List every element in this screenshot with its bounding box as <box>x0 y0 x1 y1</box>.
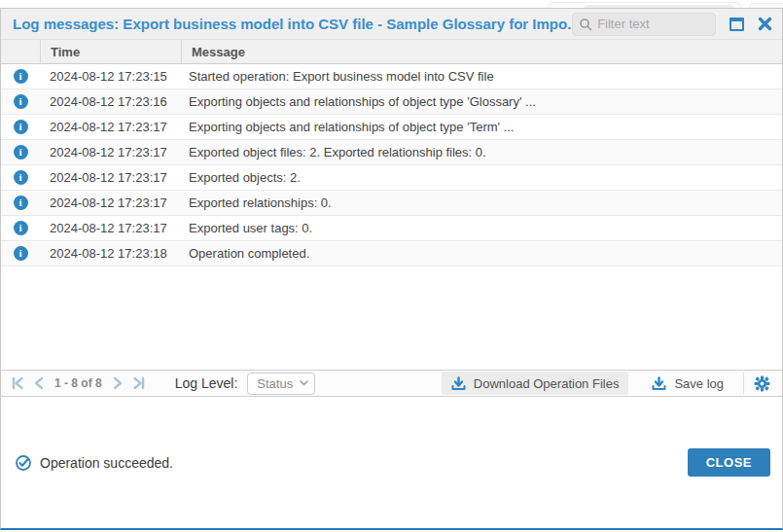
gear-icon[interactable] <box>752 375 772 392</box>
row-message: Exported relationships: 0. <box>181 195 782 210</box>
operation-status: Operation succeeded. <box>15 454 173 472</box>
row-message: Exported objects: 2. <box>181 170 782 185</box>
download-icon <box>451 376 466 391</box>
info-icon: i <box>14 221 28 235</box>
info-icon: i <box>14 195 28 210</box>
row-time: 2024-08-12 17:23:17 <box>40 221 181 235</box>
dialog-footer: Operation succeeded. CLOSE <box>1 397 782 528</box>
log-table-body: i2024-08-12 17:23:15Started operation: E… <box>1 64 782 370</box>
table-row[interactable]: i2024-08-12 17:23:15Started operation: E… <box>1 64 782 89</box>
filter-input[interactable] <box>597 17 709 31</box>
row-message: Exporting objects and relationships of o… <box>181 94 782 109</box>
table-row[interactable]: i2024-08-12 17:23:17Exported objects: 2. <box>1 165 782 191</box>
row-time: 2024-08-12 17:23:17 <box>40 120 181 134</box>
save-log-label: Save log <box>674 376 724 391</box>
row-icon-cell: i <box>1 246 40 261</box>
row-icon-cell: i <box>1 170 40 185</box>
save-log-button[interactable]: Save log <box>642 372 733 395</box>
table-row[interactable]: i2024-08-12 17:23:17Exporting objects an… <box>1 115 782 140</box>
info-icon: i <box>14 120 28 134</box>
row-icon-cell: i <box>1 120 40 134</box>
dialog-title: Log messages: Export business model into… <box>13 16 572 32</box>
column-message[interactable]: Message <box>181 40 782 63</box>
table-row[interactable]: i2024-08-12 17:23:17Exported object file… <box>1 140 782 165</box>
row-icon-cell: i <box>1 221 40 235</box>
row-time: 2024-08-12 17:23:16 <box>40 94 181 109</box>
table-row[interactable]: i2024-08-12 17:23:17Exported relationshi… <box>1 191 782 216</box>
search-icon <box>579 18 592 31</box>
toolbar-divider <box>743 372 744 394</box>
log-level-value: Status <box>257 376 293 391</box>
status-text: Operation succeeded. <box>40 455 173 471</box>
log-level-select[interactable]: Status <box>247 372 315 395</box>
row-icon-cell: i <box>1 145 40 160</box>
download-operation-files-label: Download Operation Files <box>474 376 620 391</box>
row-time: 2024-08-12 17:23:18 <box>40 246 181 261</box>
row-time: 2024-08-12 17:23:15 <box>40 69 181 84</box>
info-icon: i <box>14 145 28 160</box>
log-level-label: Log Level: <box>175 375 238 391</box>
close-icon[interactable] <box>758 17 772 31</box>
info-icon: i <box>14 246 28 261</box>
page-behind-dialog <box>0 0 783 8</box>
table-row[interactable]: i2024-08-12 17:23:16Exporting objects an… <box>1 89 782 115</box>
table-row[interactable]: i2024-08-12 17:23:17Exported user tags: … <box>1 216 782 241</box>
row-icon-cell: i <box>1 94 40 109</box>
table-header: Time Message <box>1 40 782 64</box>
next-page-icon[interactable] <box>108 376 127 390</box>
info-icon: i <box>14 69 28 84</box>
check-circle-icon <box>15 454 32 472</box>
close-button[interactable]: CLOSE <box>688 448 770 477</box>
row-message: Exporting objects and relationships of o… <box>181 120 782 134</box>
chevron-down-icon <box>300 380 308 386</box>
dialog-titlebar: Log messages: Export business model into… <box>1 9 782 40</box>
last-page-icon[interactable] <box>127 376 150 390</box>
row-time: 2024-08-12 17:23:17 <box>40 145 181 160</box>
column-time[interactable]: Time <box>40 40 181 63</box>
row-message: Exported user tags: 0. <box>181 221 782 235</box>
filter-box[interactable] <box>572 13 716 36</box>
page-range-label: 1 - 8 of 8 <box>54 376 102 390</box>
row-icon-cell: i <box>1 69 40 84</box>
first-page-icon[interactable] <box>7 376 29 390</box>
log-messages-dialog: Log messages: Export business model into… <box>0 8 783 530</box>
row-time: 2024-08-12 17:23:17 <box>40 195 181 210</box>
table-row[interactable]: i2024-08-12 17:23:18Operation completed. <box>1 241 782 266</box>
info-icon: i <box>14 94 28 109</box>
row-message: Operation completed. <box>181 246 782 261</box>
row-icon-cell: i <box>1 195 40 210</box>
download-icon <box>652 376 666 391</box>
info-icon: i <box>14 170 28 185</box>
row-time: 2024-08-12 17:23:17 <box>40 170 181 185</box>
column-icon <box>1 40 40 63</box>
row-message: Exported object files: 2. Exported relat… <box>181 145 782 160</box>
row-message: Started operation: Export business model… <box>181 69 782 84</box>
previous-page-icon[interactable] <box>29 376 49 390</box>
maximize-icon[interactable] <box>730 18 744 31</box>
download-operation-files-button[interactable]: Download Operation Files <box>442 372 629 395</box>
pagination-toolbar: 1 - 8 of 8 Log Level: Status Download Op… <box>1 370 782 397</box>
